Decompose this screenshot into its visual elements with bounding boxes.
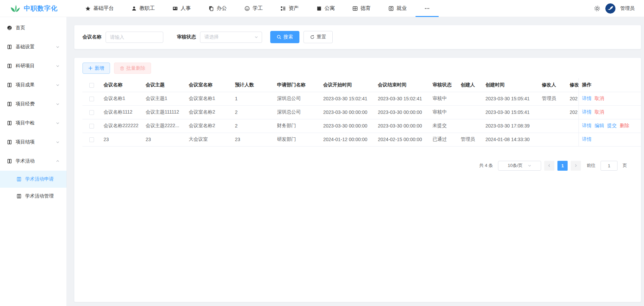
chevron-down-icon (56, 121, 60, 125)
star-icon (85, 6, 91, 11)
action-edit-link[interactable]: 编辑 (595, 123, 604, 128)
cell-modifier (542, 133, 570, 146)
cell-actions: 详情 (578, 133, 641, 146)
nav-item-user[interactable]: 教职工 (123, 0, 164, 17)
nav-item-badge[interactable]: 就业 (380, 0, 416, 17)
action-delete-link[interactable]: 删除 (620, 123, 629, 128)
cell-name: 会议名称222222 (104, 119, 146, 133)
search-button[interactable]: 搜索 (270, 31, 299, 43)
gear-icon[interactable] (594, 5, 601, 12)
cell-creator (461, 92, 485, 105)
batch-delete-button[interactable]: 批量删除 (114, 63, 151, 74)
status-select-placeholder: 请选择 (204, 34, 219, 40)
avatar[interactable] (605, 3, 615, 14)
cell-status: 审核中 (433, 105, 461, 119)
cell-dept: 研发部门 (277, 133, 323, 146)
more-icon (424, 6, 430, 11)
cell-name: 23 (104, 133, 146, 146)
sidebar-item-7[interactable]: 学术活动 (0, 152, 67, 171)
action-submit-link[interactable]: 提交 (607, 123, 617, 128)
action-detail-link[interactable]: 详情 (582, 136, 592, 142)
next-page-button[interactable] (571, 161, 581, 171)
cell-modifier: 管理员 (542, 92, 570, 105)
cell-dept: 深圳总公司 (277, 105, 323, 119)
cell-name: 会议名称1112 (104, 105, 146, 119)
nav-item-grid[interactable]: 德育 (344, 0, 380, 17)
row-checkbox[interactable] (89, 137, 94, 142)
cell-people: 2 (235, 119, 277, 133)
column-header: 操作 (578, 78, 641, 92)
select-all-checkbox[interactable] (89, 83, 94, 88)
nav-item-id-card[interactable]: 人事 (164, 0, 200, 17)
sidebar-item-2[interactable]: 科研项目 (0, 56, 67, 75)
chevron-down-icon (56, 45, 60, 49)
action-cancel-link[interactable]: 取消 (595, 109, 604, 115)
nav-item-label: 公寓 (325, 5, 335, 12)
sidebar-item-label: 基础设置 (16, 44, 35, 50)
sidebar-item-label: 项目成果 (16, 82, 35, 88)
cell-room: 大会议室 (189, 133, 235, 146)
nav-item-label: 资产 (289, 5, 299, 12)
cell-people: 1 (235, 92, 277, 105)
badge-icon (388, 6, 394, 11)
row-checkbox[interactable] (89, 110, 94, 115)
action-detail-link[interactable]: 详情 (582, 96, 592, 101)
nav-item-notebook[interactable]: 公寓 (308, 0, 344, 17)
sidebar-item-5[interactable]: 项目中检 (0, 114, 67, 133)
sidebar-subitem-7-0[interactable]: 学术活动申请 (0, 171, 67, 188)
sidebar-subitem-7-1[interactable]: 学术活动管理 (0, 188, 67, 205)
cell-end: 2024-02-15 00:00:00 (378, 133, 433, 146)
book-icon (7, 63, 12, 69)
goto-page-input[interactable] (601, 161, 618, 171)
app-logo[interactable]: 中职数字化 (0, 4, 76, 13)
add-button[interactable]: 新增 (82, 63, 110, 74)
nav-item-star[interactable]: 基础平台 (76, 0, 123, 17)
total-count: 共 4 条 (479, 163, 493, 169)
cell-people: 2 (235, 105, 277, 119)
page-number-button[interactable]: 1 (557, 161, 568, 171)
action-detail-link[interactable]: 详情 (582, 123, 592, 128)
sidebar-item-0[interactable]: 首页 (0, 18, 67, 37)
column-header: 创建时间 (485, 78, 542, 92)
status-select[interactable]: 请选择 (200, 32, 262, 43)
nav-item-face[interactable]: 学工 (236, 0, 272, 17)
nav-item-copy-document[interactable]: 办公 (200, 0, 236, 17)
row-checkbox[interactable] (89, 97, 94, 101)
nav-item-more[interactable] (416, 0, 439, 17)
cell-modified (570, 119, 578, 133)
nav-item-list-tree[interactable]: 资产 (272, 0, 308, 17)
book-icon (7, 82, 12, 88)
cell-actions: 详情编辑提交删除 (578, 119, 641, 133)
column-header: 预计人数 (235, 78, 277, 92)
sidebar-item-label: 学术活动 (16, 158, 35, 164)
meeting-name-label: 会议名称 (82, 34, 102, 40)
cell-name: 会议名称1 (104, 92, 146, 105)
prev-page-button[interactable] (544, 161, 554, 171)
sidebar-item-1[interactable]: 基础设置 (0, 37, 67, 56)
status-label: 审核状态 (177, 34, 196, 40)
sidebar-item-4[interactable]: 项目经费 (0, 95, 67, 114)
sidebar-item-label: 项目经费 (16, 101, 35, 107)
cell-start: 2024-01-12 00:00:00 (323, 133, 378, 146)
reset-button[interactable]: 重置 (303, 31, 333, 43)
cell-status: 未提交 (433, 119, 461, 133)
topbar-right: 管理员 (594, 3, 644, 14)
sidebar-item-3[interactable]: 项目成果 (0, 75, 67, 95)
cell-status: 审核中 (433, 92, 461, 105)
cell-end: 2023-03-30 00:00:00 (378, 119, 433, 133)
refresh-icon (310, 35, 315, 39)
cell-modified: 202 (570, 105, 578, 119)
meeting-name-input[interactable] (106, 32, 163, 43)
cell-creator (461, 119, 485, 133)
row-checkbox[interactable] (89, 124, 94, 129)
table-row: 2323大会议室23研发部门2024-01-12 00:00:002024-02… (82, 133, 641, 146)
page-size-select[interactable]: 10条/页 (498, 161, 541, 171)
sidebar-item-label: 项目结项 (16, 139, 35, 145)
chevron-down-icon (56, 102, 60, 106)
admin-label[interactable]: 管理员 (620, 5, 634, 12)
action-cancel-link[interactable]: 取消 (595, 96, 604, 101)
action-detail-link[interactable]: 详情 (582, 109, 592, 115)
sidebar-item-6[interactable]: 项目结项 (0, 133, 67, 152)
face-icon (244, 6, 250, 11)
book-icon (7, 120, 12, 126)
